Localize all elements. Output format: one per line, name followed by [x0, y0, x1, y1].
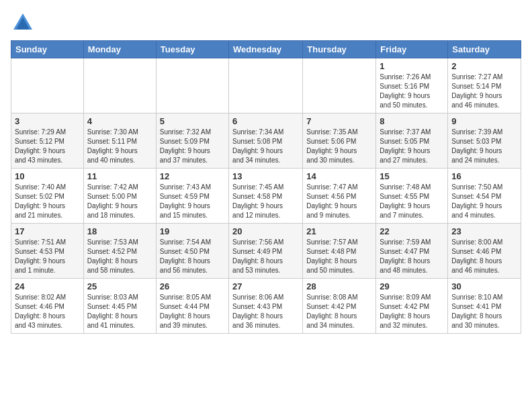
- day-number: 2: [451, 61, 517, 71]
- calendar-cell: 30Sunrise: 8:10 AM Sunset: 4:41 PM Dayli…: [448, 279, 521, 334]
- day-number: 19: [160, 226, 225, 236]
- day-number: 18: [87, 226, 152, 236]
- day-number: 23: [451, 226, 517, 236]
- day-number: 17: [15, 226, 80, 236]
- calendar-cell: [303, 58, 376, 113]
- calendar-week-row: 24Sunrise: 8:02 AM Sunset: 4:46 PM Dayli…: [11, 279, 521, 334]
- calendar-header-row: SundayMondayTuesdayWednesdayThursdayFrid…: [11, 41, 521, 58]
- weekday-header: Saturday: [448, 41, 521, 58]
- day-info: Sunrise: 8:02 AM Sunset: 4:46 PM Dayligh…: [15, 293, 80, 330]
- day-number: 6: [232, 116, 299, 126]
- day-info: Sunrise: 7:30 AM Sunset: 5:11 PM Dayligh…: [87, 128, 152, 165]
- day-number: 20: [232, 226, 299, 236]
- calendar-cell: 17Sunrise: 7:51 AM Sunset: 4:53 PM Dayli…: [11, 224, 84, 279]
- calendar-week-row: 17Sunrise: 7:51 AM Sunset: 4:53 PM Dayli…: [11, 224, 521, 279]
- day-info: Sunrise: 8:03 AM Sunset: 4:45 PM Dayligh…: [87, 293, 152, 330]
- calendar-cell: 18Sunrise: 7:53 AM Sunset: 4:52 PM Dayli…: [83, 224, 156, 279]
- day-info: Sunrise: 8:06 AM Sunset: 4:43 PM Dayligh…: [232, 293, 299, 330]
- day-number: 4: [87, 116, 152, 126]
- day-info: Sunrise: 7:26 AM Sunset: 5:16 PM Dayligh…: [380, 73, 444, 110]
- weekday-header: Monday: [83, 41, 156, 58]
- calendar-cell: 5Sunrise: 7:32 AM Sunset: 5:09 PM Daylig…: [156, 113, 228, 169]
- day-info: Sunrise: 7:54 AM Sunset: 4:50 PM Dayligh…: [160, 238, 225, 275]
- calendar-cell: 13Sunrise: 7:45 AM Sunset: 4:58 PM Dayli…: [229, 169, 303, 224]
- logo: [11, 11, 39, 35]
- day-info: Sunrise: 7:39 AM Sunset: 5:03 PM Dayligh…: [451, 128, 517, 165]
- day-number: 15: [380, 171, 444, 181]
- day-number: 13: [232, 171, 299, 181]
- day-number: 1: [380, 61, 444, 71]
- weekday-header: Friday: [376, 41, 448, 58]
- calendar-cell: 7Sunrise: 7:35 AM Sunset: 5:06 PM Daylig…: [303, 113, 376, 169]
- day-number: 12: [160, 171, 225, 181]
- calendar-week-row: 1Sunrise: 7:26 AM Sunset: 5:16 PM Daylig…: [11, 58, 521, 113]
- day-number: 27: [232, 281, 299, 291]
- calendar-cell: 1Sunrise: 7:26 AM Sunset: 5:16 PM Daylig…: [376, 58, 448, 113]
- calendar-cell: 25Sunrise: 8:03 AM Sunset: 4:45 PM Dayli…: [83, 279, 156, 334]
- day-info: Sunrise: 7:56 AM Sunset: 4:49 PM Dayligh…: [232, 238, 299, 275]
- page-header: [11, 11, 521, 35]
- calendar-cell: 20Sunrise: 7:56 AM Sunset: 4:49 PM Dayli…: [229, 224, 303, 279]
- day-number: 26: [160, 281, 225, 291]
- calendar-cell: 3Sunrise: 7:29 AM Sunset: 5:12 PM Daylig…: [11, 113, 84, 169]
- day-number: 3: [15, 116, 80, 126]
- calendar-cell: 27Sunrise: 8:06 AM Sunset: 4:43 PM Dayli…: [229, 279, 303, 334]
- calendar-table: SundayMondayTuesdayWednesdayThursdayFrid…: [11, 40, 521, 334]
- day-number: 24: [15, 281, 80, 291]
- day-number: 29: [380, 281, 444, 291]
- calendar-cell: 10Sunrise: 7:40 AM Sunset: 5:02 PM Dayli…: [11, 169, 84, 224]
- day-number: 25: [87, 281, 152, 291]
- day-info: Sunrise: 8:05 AM Sunset: 4:44 PM Dayligh…: [160, 293, 225, 330]
- day-number: 21: [306, 226, 372, 236]
- day-info: Sunrise: 8:00 AM Sunset: 4:46 PM Dayligh…: [451, 238, 517, 275]
- day-number: 9: [451, 116, 517, 126]
- day-info: Sunrise: 7:51 AM Sunset: 4:53 PM Dayligh…: [15, 238, 80, 275]
- day-number: 28: [306, 281, 372, 291]
- calendar-cell: 28Sunrise: 8:08 AM Sunset: 4:42 PM Dayli…: [303, 279, 376, 334]
- calendar-cell: 16Sunrise: 7:50 AM Sunset: 4:54 PM Dayli…: [448, 169, 521, 224]
- calendar-cell: [11, 58, 84, 113]
- day-info: Sunrise: 7:32 AM Sunset: 5:09 PM Dayligh…: [160, 128, 225, 165]
- day-info: Sunrise: 7:45 AM Sunset: 4:58 PM Dayligh…: [232, 183, 299, 220]
- calendar-cell: 22Sunrise: 7:59 AM Sunset: 4:47 PM Dayli…: [376, 224, 448, 279]
- logo-icon: [11, 11, 35, 35]
- weekday-header: Thursday: [303, 41, 376, 58]
- day-number: 30: [451, 281, 517, 291]
- day-number: 11: [87, 171, 152, 181]
- calendar-cell: 15Sunrise: 7:48 AM Sunset: 4:55 PM Dayli…: [376, 169, 448, 224]
- calendar-cell: 11Sunrise: 7:42 AM Sunset: 5:00 PM Dayli…: [83, 169, 156, 224]
- calendar-cell: [83, 58, 156, 113]
- day-info: Sunrise: 7:29 AM Sunset: 5:12 PM Dayligh…: [15, 128, 80, 165]
- day-info: Sunrise: 7:57 AM Sunset: 4:48 PM Dayligh…: [306, 238, 372, 275]
- day-number: 16: [451, 171, 517, 181]
- day-info: Sunrise: 7:42 AM Sunset: 5:00 PM Dayligh…: [87, 183, 152, 220]
- day-info: Sunrise: 7:37 AM Sunset: 5:05 PM Dayligh…: [380, 128, 444, 165]
- day-info: Sunrise: 7:34 AM Sunset: 5:08 PM Dayligh…: [232, 128, 299, 165]
- calendar-cell: 26Sunrise: 8:05 AM Sunset: 4:44 PM Dayli…: [156, 279, 228, 334]
- day-info: Sunrise: 8:10 AM Sunset: 4:41 PM Dayligh…: [451, 293, 517, 330]
- calendar-week-row: 3Sunrise: 7:29 AM Sunset: 5:12 PM Daylig…: [11, 113, 521, 169]
- day-info: Sunrise: 7:47 AM Sunset: 4:56 PM Dayligh…: [306, 183, 372, 220]
- day-info: Sunrise: 7:50 AM Sunset: 4:54 PM Dayligh…: [451, 183, 517, 220]
- weekday-header: Wednesday: [229, 41, 303, 58]
- calendar-cell: [156, 58, 228, 113]
- calendar-cell: 24Sunrise: 8:02 AM Sunset: 4:46 PM Dayli…: [11, 279, 84, 334]
- day-number: 8: [380, 116, 444, 126]
- day-info: Sunrise: 7:35 AM Sunset: 5:06 PM Dayligh…: [306, 128, 372, 165]
- day-info: Sunrise: 7:40 AM Sunset: 5:02 PM Dayligh…: [15, 183, 80, 220]
- day-number: 10: [15, 171, 80, 181]
- day-info: Sunrise: 8:09 AM Sunset: 4:42 PM Dayligh…: [380, 293, 444, 330]
- day-number: 14: [306, 171, 372, 181]
- calendar-cell: 6Sunrise: 7:34 AM Sunset: 5:08 PM Daylig…: [229, 113, 303, 169]
- calendar-week-row: 10Sunrise: 7:40 AM Sunset: 5:02 PM Dayli…: [11, 169, 521, 224]
- calendar-cell: 2Sunrise: 7:27 AM Sunset: 5:14 PM Daylig…: [448, 58, 521, 113]
- day-info: Sunrise: 7:53 AM Sunset: 4:52 PM Dayligh…: [87, 238, 152, 275]
- day-number: 22: [380, 226, 444, 236]
- calendar-cell: 12Sunrise: 7:43 AM Sunset: 4:59 PM Dayli…: [156, 169, 228, 224]
- day-number: 7: [306, 116, 372, 126]
- day-info: Sunrise: 7:27 AM Sunset: 5:14 PM Dayligh…: [451, 73, 517, 110]
- day-info: Sunrise: 7:43 AM Sunset: 4:59 PM Dayligh…: [160, 183, 225, 220]
- calendar-cell: 14Sunrise: 7:47 AM Sunset: 4:56 PM Dayli…: [303, 169, 376, 224]
- day-info: Sunrise: 7:48 AM Sunset: 4:55 PM Dayligh…: [380, 183, 444, 220]
- calendar-cell: 29Sunrise: 8:09 AM Sunset: 4:42 PM Dayli…: [376, 279, 448, 334]
